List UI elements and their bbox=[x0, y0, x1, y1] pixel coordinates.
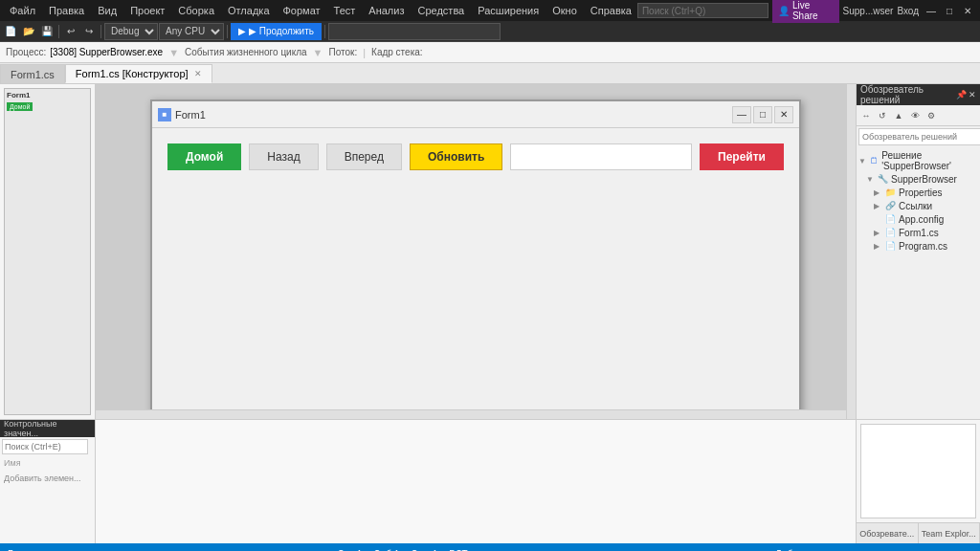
url-input[interactable] bbox=[510, 143, 692, 170]
form-maximize-button[interactable]: □ bbox=[753, 106, 772, 123]
bottom-center-panel bbox=[96, 420, 856, 543]
form-close-button[interactable]: ✕ bbox=[774, 106, 793, 123]
menu-build[interactable]: Сборка bbox=[172, 3, 220, 18]
se-item-properties[interactable]: ▶ 📁 Properties bbox=[858, 186, 978, 199]
tab-bar: Form1.cs Form1.cs [Конструктор] ✕ bbox=[0, 63, 980, 84]
live-share-label: Live Share bbox=[792, 0, 834, 21]
se-appconfig-icon: 📄 bbox=[884, 213, 896, 225]
form-preview: Form1 Домой bbox=[4, 88, 91, 415]
tab-form1cs-designer-close[interactable]: ✕ bbox=[194, 69, 202, 78]
toolbar-search-input[interactable] bbox=[328, 23, 501, 40]
menu-debug[interactable]: Отладка bbox=[222, 3, 275, 18]
br-tab-team-explorer[interactable]: Team Explor... bbox=[919, 523, 981, 543]
menu-project[interactable]: Проект bbox=[124, 3, 170, 18]
menu-view[interactable]: Вид bbox=[92, 3, 122, 18]
se-arrow-project: ▼ bbox=[866, 175, 874, 184]
se-toolbar: ↔ ↺ ▲ 👁 ⚙ bbox=[857, 105, 980, 126]
menu-edit[interactable]: Правка bbox=[43, 3, 90, 18]
se-solution-icon: 🗒 bbox=[869, 155, 879, 166]
toolbar: 📄 📂 💾 ↩ ↪ Debug Any CPU ▶ ▶ Продолжить bbox=[0, 21, 980, 42]
se-form1cs-icon: 📄 bbox=[884, 227, 896, 238]
designer-scrollbar-v[interactable] bbox=[846, 84, 856, 419]
minimize-button[interactable]: — bbox=[923, 3, 940, 18]
home-green-button[interactable]: Домой bbox=[167, 143, 241, 170]
menu-test[interactable]: Тест bbox=[328, 3, 362, 18]
se-item-solution[interactable]: ▼ 🗒 Решение 'SupperBrowser' bbox=[858, 149, 978, 172]
lifecycle-label: События жизненного цикла bbox=[185, 47, 307, 57]
menu-bar: Файл Правка Вид Проект Сборка Отладка Фо… bbox=[4, 3, 637, 18]
se-item-appconfig[interactable]: 📄 App.config bbox=[858, 212, 978, 226]
tb-open[interactable]: 📂 bbox=[20, 23, 37, 40]
tb-undo[interactable]: ↩ bbox=[62, 23, 79, 40]
process-value: [3308] SupperBrowser.exe bbox=[50, 47, 163, 57]
solution-explorer-title: Обозреватель решений bbox=[860, 84, 956, 105]
close-button[interactable]: ✕ bbox=[959, 3, 976, 18]
live-share-button[interactable]: 👤 Live Share bbox=[772, 0, 839, 23]
se-item-programcs[interactable]: ▶ 📄 Program.cs bbox=[858, 239, 978, 253]
right-panel-wrapper: Обозреватель решений 📌 ✕ ↔ ↺ ▲ 👁 ⚙ ▼ 🗒 Р… bbox=[856, 84, 980, 419]
debug-sep-3: | bbox=[363, 47, 366, 58]
se-item-project[interactable]: ▼ 🔧 SupperBrowser bbox=[858, 172, 978, 186]
tb-save[interactable]: 💾 bbox=[38, 23, 56, 40]
designer-scrollbar-h[interactable] bbox=[96, 409, 846, 419]
se-refresh-btn[interactable]: ↺ bbox=[875, 108, 890, 123]
menu-file[interactable]: Файл bbox=[4, 3, 41, 18]
menu-extensions[interactable]: Расширения bbox=[472, 3, 545, 18]
go-button[interactable]: Перейти bbox=[700, 143, 784, 170]
se-item-references[interactable]: ▶ 🔗 Ссылки bbox=[858, 199, 978, 212]
se-arrow-form1cs: ▶ bbox=[874, 229, 881, 237]
cpu-config-dropdown[interactable]: Any CPU bbox=[159, 23, 224, 40]
add-element-link[interactable]: Добавить элемен... bbox=[2, 472, 93, 485]
se-filter-btn[interactable]: ⚙ bbox=[924, 108, 939, 123]
menu-tools[interactable]: Средства bbox=[412, 3, 470, 18]
title-bar-left: Файл Правка Вид Проект Сборка Отладка Фо… bbox=[4, 3, 637, 18]
se-properties-icon: 📁 bbox=[884, 187, 896, 198]
se-arrow-references: ▶ bbox=[874, 202, 881, 210]
form-content: Домой Назад Вперед Обновить Перейти bbox=[152, 128, 799, 419]
se-collapse-btn[interactable]: ▲ bbox=[891, 108, 906, 123]
se-close-icon[interactable]: ✕ bbox=[969, 90, 976, 99]
se-pin-icon[interactable]: 📌 bbox=[956, 90, 967, 99]
debug-config-dropdown[interactable]: Debug bbox=[104, 23, 158, 40]
bottom-left-search: Имя Добавить элемен... bbox=[0, 437, 95, 487]
br-tab-solution-explorer[interactable]: Обозревате... bbox=[857, 523, 919, 543]
form-title-label: Form1 bbox=[175, 109, 206, 121]
se-arrow-solution: ▼ bbox=[858, 157, 866, 165]
se-sync-btn[interactable]: ↔ bbox=[858, 108, 874, 123]
se-item-form1cs[interactable]: ▶ 📄 Form1.cs bbox=[858, 226, 978, 239]
run-label: ▶ Продолжить bbox=[249, 26, 314, 36]
preview-home-btn[interactable]: Домой bbox=[7, 102, 33, 111]
run-button[interactable]: ▶ ▶ Продолжить bbox=[231, 23, 322, 40]
menu-window[interactable]: Окно bbox=[546, 3, 583, 18]
title-bar: Файл Правка Вид Проект Сборка Отладка Фо… bbox=[0, 0, 980, 21]
login-label[interactable]: Вход bbox=[897, 6, 919, 16]
process-label: Процесс: bbox=[6, 47, 46, 57]
thread-label: Поток: bbox=[328, 47, 357, 57]
tab-form1cs[interactable]: Form1.cs bbox=[0, 64, 65, 83]
menu-analyze[interactable]: Анализ bbox=[363, 3, 410, 18]
maximize-button[interactable]: □ bbox=[941, 3, 958, 18]
refresh-button[interactable]: Обновить bbox=[410, 143, 502, 170]
tab-form1cs-designer[interactable]: Form1.cs [Конструктор] ✕ bbox=[65, 64, 212, 83]
global-search-input[interactable] bbox=[637, 3, 768, 18]
menu-format[interactable]: Формат bbox=[278, 3, 326, 18]
stack-label: Кадр стека: bbox=[371, 47, 423, 57]
debug-bar: Процесс: [3308] SupperBrowser.exe ▼ Собы… bbox=[0, 42, 980, 63]
control-search-input[interactable] bbox=[2, 439, 88, 454]
preview-form-title: Form1 bbox=[7, 91, 88, 99]
tb-redo[interactable]: ↪ bbox=[80, 23, 98, 40]
forward-button[interactable]: Вперед bbox=[326, 143, 402, 170]
left-panel: Form1 Домой bbox=[0, 84, 96, 419]
back-button[interactable]: Назад bbox=[249, 143, 318, 170]
se-properties-label: Properties bbox=[899, 187, 943, 198]
se-show-all-btn[interactable]: 👁 bbox=[907, 108, 923, 123]
menu-help[interactable]: Справка bbox=[585, 3, 637, 18]
toolbar-separator-4 bbox=[324, 25, 325, 38]
status-bar: Готово Стр 1 Слб 1 Сим 1 ВСТ ↑ Добавить … bbox=[0, 543, 980, 551]
form-minimize-button[interactable]: — bbox=[732, 106, 751, 123]
se-form1cs-label: Form1.cs bbox=[899, 228, 939, 238]
tb-new[interactable]: 📄 bbox=[2, 23, 19, 40]
live-share-icon: 👤 bbox=[778, 6, 790, 16]
se-search-input[interactable] bbox=[858, 128, 980, 145]
preview-form: Form1 Домой bbox=[7, 91, 88, 111]
